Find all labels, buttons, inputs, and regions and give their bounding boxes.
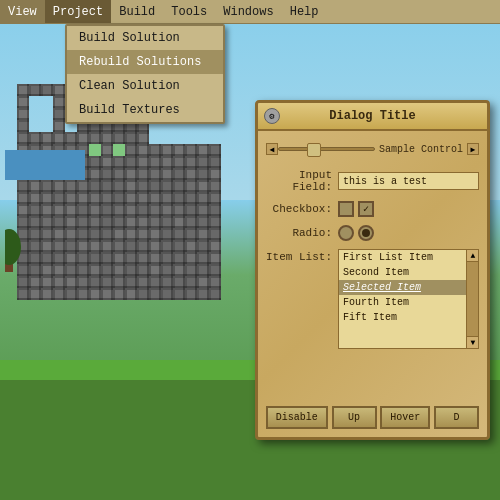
dialog-title: Dialog Title [329, 109, 415, 123]
checkbox-label: Checkbox: [266, 203, 338, 215]
dialog-window: ⚙ Dialog Title ◀ Sample Control ▶ Input … [255, 100, 490, 440]
dropdown-item-rebuild-solutions[interactable]: Rebuild Solutions [67, 50, 223, 74]
radio-unselected[interactable] [338, 225, 354, 241]
sample-control-label: Sample Control [379, 144, 463, 155]
checkbox-unchecked[interactable] [338, 201, 354, 217]
menubar: View Project Build Tools Windows Help [0, 0, 500, 24]
menu-item-project[interactable]: Project [45, 0, 111, 23]
menu-item-windows[interactable]: Windows [215, 0, 281, 23]
list-scrollbar: ▲ ▼ [466, 250, 478, 348]
dropdown-item-clean-solution[interactable]: Clean Solution [67, 74, 223, 98]
menu-item-build[interactable]: Build [111, 0, 163, 23]
menu-item-tools[interactable]: Tools [163, 0, 215, 23]
checkbox-checked[interactable] [358, 201, 374, 217]
list-item-1[interactable]: First List Item [339, 250, 478, 265]
radio-selected[interactable] [358, 225, 374, 241]
scrollbar-down-arrow[interactable]: ▼ [467, 336, 479, 348]
radio-group [338, 225, 374, 241]
slider-right-arrow[interactable]: ▶ [467, 143, 479, 155]
menu-item-view[interactable]: View [0, 0, 45, 23]
checkbox-group [338, 201, 374, 217]
slider-track[interactable] [278, 147, 375, 151]
project-dropdown: Build Solution Rebuild Solutions Clean S… [65, 24, 225, 124]
menu-item-help[interactable]: Help [282, 0, 327, 23]
radio-row: Radio: [266, 225, 479, 241]
checkbox-row: Checkbox: [266, 201, 479, 217]
list-item-3[interactable]: Selected Item [339, 280, 478, 295]
scrollbar-thumb[interactable] [467, 262, 478, 336]
sample-control-row: ◀ Sample Control ▶ [266, 139, 479, 159]
scrollbar-up-arrow[interactable]: ▲ [467, 250, 479, 262]
d-button[interactable]: D [434, 406, 479, 429]
disable-button[interactable]: Disable [266, 406, 328, 429]
item-list-row: Item List: First List Item Second Item S… [266, 249, 479, 349]
input-field-label: Input Field: [266, 169, 338, 193]
slider-left-arrow[interactable]: ◀ [266, 143, 278, 155]
dropdown-item-build-textures[interactable]: Build Textures [67, 98, 223, 122]
item-list-label: Item List: [266, 249, 338, 263]
list-wrapper: First List Item Second Item Selected Ite… [338, 249, 479, 349]
list-item-5[interactable]: Fift Item [339, 310, 478, 325]
hover-button[interactable]: Hover [380, 406, 430, 429]
dialog-icon: ⚙ [264, 108, 280, 124]
up-button[interactable]: Up [332, 406, 377, 429]
list-container[interactable]: First List Item Second Item Selected Ite… [338, 249, 479, 349]
slider-thumb[interactable] [307, 143, 321, 157]
input-field[interactable] [338, 172, 479, 190]
dialog-body: ◀ Sample Control ▶ Input Field: Checkbox… [258, 131, 487, 365]
dropdown-item-build-solution[interactable]: Build Solution [67, 26, 223, 50]
dialog-buttons: Disable Up Hover D [258, 406, 487, 429]
list-item-4[interactable]: Fourth Item [339, 295, 478, 310]
input-field-row: Input Field: [266, 169, 479, 193]
dialog-titlebar: ⚙ Dialog Title [258, 103, 487, 131]
list-item-2[interactable]: Second Item [339, 265, 478, 280]
radio-label: Radio: [266, 227, 338, 239]
